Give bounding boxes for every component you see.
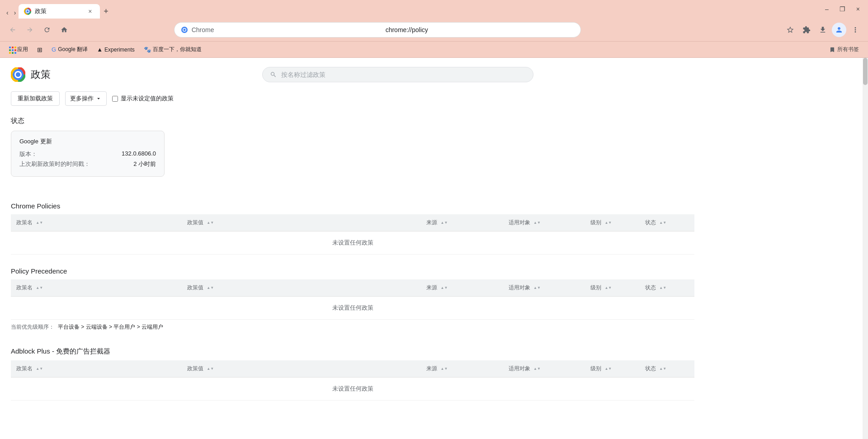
page-content: 政策 重新加载政策 更多操作 <box>0 58 868 439</box>
ab-col-level-header[interactable]: 级别 ▲▼ <box>585 360 640 378</box>
pp-sort-source-arrows: ▲▼ <box>441 286 448 290</box>
col-status-header[interactable]: 状态 ▲▼ <box>640 214 694 231</box>
home-button[interactable] <box>57 23 71 37</box>
maximize-button[interactable]: ❐ <box>835 4 850 14</box>
sort-applies-arrows: ▲▼ <box>533 221 541 225</box>
bookmark-star-button[interactable] <box>783 23 797 37</box>
tab-close-button[interactable]: × <box>85 7 94 16</box>
chrome-policies-empty-row: 未设置任何政策 <box>11 231 694 255</box>
ab-sort-value-arrows: ▲▼ <box>207 367 214 371</box>
ab-col-applies-header[interactable]: 适用对象 ▲▼ <box>503 360 585 378</box>
omnibox[interactable]: Chrome chrome://policy <box>174 22 581 38</box>
pp-sort-status-arrows: ▲▼ <box>659 286 666 290</box>
search-input[interactable] <box>281 71 526 78</box>
all-bookmarks[interactable]: 所有书签 <box>826 44 863 55</box>
status-version-row: 版本： 132.0.6806.0 <box>19 150 156 158</box>
precedence-label: 当前优先级顺序： <box>11 323 54 331</box>
home-icon <box>61 26 68 33</box>
ab-sort-source-arrows: ▲▼ <box>441 367 448 371</box>
bookmark-grid[interactable]: ⊞ <box>33 44 46 55</box>
pp-col-level-header[interactable]: 级别 ▲▼ <box>585 279 640 297</box>
scrollbar-track[interactable] <box>863 58 868 439</box>
pp-sort-value-arrows: ▲▼ <box>207 286 214 290</box>
bookmark-baidu[interactable]: 🐾 百度一下，你就知道 <box>140 44 205 55</box>
address-url: chrome://policy <box>386 26 574 33</box>
experiments-label: Experiments <box>104 47 135 53</box>
tab-favicon-icon <box>24 8 31 15</box>
chrome-logo <box>11 67 25 82</box>
policy-precedence-section: Policy Precedence 政策名 ▲▼ 政策值 ▲▼ <box>11 267 694 335</box>
pp-sort-applies-arrows: ▲▼ <box>533 286 541 290</box>
active-tab[interactable]: 政策 × <box>19 4 100 19</box>
minimize-button[interactable]: – <box>821 4 833 14</box>
ab-col-status-header[interactable]: 状态 ▲▼ <box>640 360 694 378</box>
download-button[interactable] <box>816 23 830 37</box>
bookmark-apps[interactable]: 应用 <box>5 44 32 55</box>
adblock-empty-message: 未设置任何政策 <box>11 378 694 401</box>
policy-precedence-header-row: 政策名 ▲▼ 政策值 ▲▼ 来源 ▲▼ <box>11 279 694 297</box>
pp-col-value-header[interactable]: 政策值 ▲▼ <box>182 279 421 297</box>
status-card-title: Google 更新 <box>19 137 156 146</box>
apps-grid-icon <box>9 47 15 53</box>
col-level-header[interactable]: 级别 ▲▼ <box>585 214 640 231</box>
close-window-button[interactable]: × <box>852 4 864 14</box>
svg-point-5 <box>183 28 185 31</box>
profile-button[interactable] <box>832 23 846 37</box>
scrollbar-thumb[interactable] <box>863 58 868 85</box>
show-unset-label[interactable]: 显示未设定值的政策 <box>112 94 174 103</box>
experiments-icon: ▲ <box>97 46 103 53</box>
ab-sort-status-arrows: ▲▼ <box>659 367 666 371</box>
address-bar: Chrome chrome://policy <box>0 18 868 42</box>
adblock-section: Adblock Plus - 免费的广告拦截器 政策名 ▲▼ 政策值 ▲▼ <box>11 347 694 401</box>
col-value-header[interactable]: 政策值 ▲▼ <box>182 214 421 231</box>
back-button[interactable] <box>5 23 20 37</box>
pp-col-name-header[interactable]: 政策名 ▲▼ <box>11 279 182 297</box>
pp-col-applies-header[interactable]: 适用对象 ▲▼ <box>503 279 585 297</box>
toolbar-actions <box>783 23 863 37</box>
pp-col-source-header[interactable]: 来源 ▲▼ <box>421 279 503 297</box>
tab-title: 政策 <box>35 7 82 15</box>
search-icon <box>270 71 277 78</box>
extensions-button[interactable] <box>799 23 814 37</box>
policy-precedence-empty-row: 未设置任何政策 <box>11 297 694 320</box>
tab-nav-forward[interactable]: › <box>11 7 19 18</box>
ab-col-value-header[interactable]: 政策值 ▲▼ <box>182 360 421 378</box>
col-name-header[interactable]: 政策名 ▲▼ <box>11 214 182 231</box>
bookmark-google-translate[interactable]: G Google 翻译 <box>48 44 91 55</box>
adblock-empty-row: 未设置任何政策 <box>11 378 694 401</box>
bookmarks-bar: 应用 ⊞ G Google 翻译 ▲ Experiments 🐾 百度一下，你就… <box>0 42 868 58</box>
last-refresh-label: 上次刷新政策时的时间戳： <box>19 160 90 168</box>
col-source-header[interactable]: 来源 ▲▼ <box>421 214 503 231</box>
menu-button[interactable] <box>848 23 863 37</box>
toolbar-row: 重新加载政策 更多操作 显示未设定值的政策 <box>11 91 694 106</box>
translate-label: Google 翻译 <box>58 46 88 53</box>
site-icon <box>181 26 188 33</box>
pp-col-status-header[interactable]: 状态 ▲▼ <box>640 279 694 297</box>
chrome-policies-header: 政策名 ▲▼ 政策值 ▲▼ 来源 ▲▼ <box>11 214 694 231</box>
last-refresh-value: 2 小时前 <box>133 160 156 168</box>
chrome-policies-title: Chrome Policies <box>11 202 694 210</box>
ab-col-source-header[interactable]: 来源 ▲▼ <box>421 360 503 378</box>
more-actions-chevron-icon <box>95 95 102 102</box>
adblock-body: 未设置任何政策 <box>11 378 694 401</box>
version-value: 132.0.6806.0 <box>122 150 156 158</box>
chrome-policies-section: Chrome Policies 政策名 ▲▼ 政策值 ▲▼ <box>11 202 694 255</box>
page-title: 政策 <box>31 68 51 81</box>
show-unset-text: 显示未设定值的政策 <box>121 94 174 103</box>
translate-icon: G <box>52 46 56 53</box>
pp-sort-level-arrows: ▲▼ <box>604 286 612 290</box>
tab-nav-back[interactable]: ‹ <box>4 7 11 18</box>
ab-col-name-header[interactable]: 政策名 ▲▼ <box>11 360 182 378</box>
policy-precedence-body: 未设置任何政策 <box>11 297 694 320</box>
bookmark-experiments[interactable]: ▲ Experiments <box>93 44 138 55</box>
ab-sort-name-arrows: ▲▼ <box>36 367 43 371</box>
reload-policies-button[interactable]: 重新加载政策 <box>11 91 60 106</box>
forward-button[interactable] <box>23 23 37 37</box>
col-applies-header[interactable]: 适用对象 ▲▼ <box>503 214 585 231</box>
title-bar: ‹ › 政策 × + – ❐ × <box>0 0 868 18</box>
browser-window: ‹ › 政策 × + – ❐ × <box>0 0 868 439</box>
new-tab-button[interactable]: + <box>100 5 112 18</box>
reload-button[interactable] <box>40 23 54 37</box>
more-actions-button[interactable]: 更多操作 <box>65 91 107 106</box>
show-unset-checkbox[interactable] <box>112 96 118 102</box>
